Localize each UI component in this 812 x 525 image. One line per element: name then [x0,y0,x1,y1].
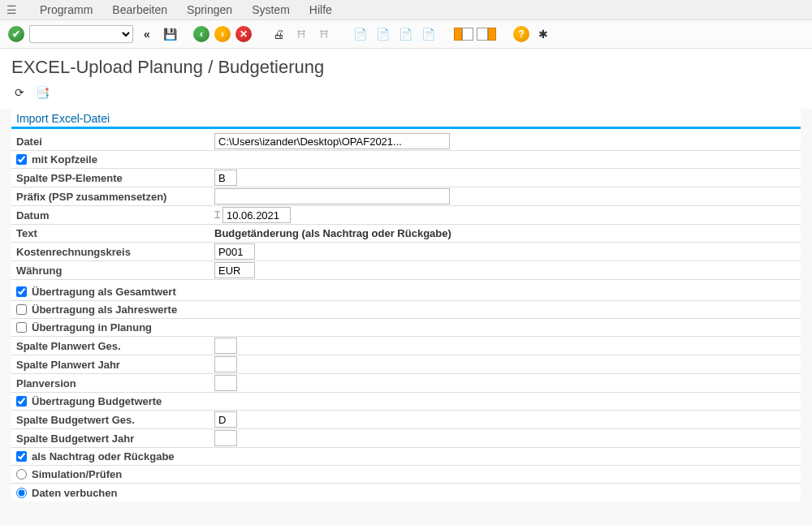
page-first-icon: 📄 [351,25,369,43]
row-spalte-plan-ges: Spalte Planwert Ges. [11,337,801,355]
label-als-nachtrag: als Nachtrag oder Rückgabe [32,450,175,463]
row-text: Text Budgetänderung (als Nachtrag oder R… [11,225,801,243]
label-spalte-budget-ges: Spalte Budgetwert Ges. [11,414,214,426]
save-icon[interactable]: 💾 [161,25,179,43]
label-kostenrk: Kostenrechnungskreis [11,246,214,258]
label-spalte-psp: Spalte PSP-Elemente [11,172,214,184]
radio-simulation[interactable] [16,469,27,480]
layout-icon[interactable] [477,25,495,43]
settings-icon[interactable]: ✱ [534,25,552,43]
row-kostenrk: Kostenrechnungskreis [11,243,801,261]
row-planversion: Planversion [11,374,801,393]
label-uebertrag-budget: Übertragung Budgetwerte [32,395,162,407]
menu-hilfe[interactable]: Hilfe [309,3,332,16]
app-menu-icon[interactable]: ☰ [6,3,17,16]
page-prev-icon: 📄 [374,25,391,43]
input-praefix[interactable] [214,188,450,204]
check-mit-kopfzeile[interactable] [16,154,27,165]
cancel-button[interactable]: ✕ [235,26,252,42]
input-spalte-budget-ges[interactable] [214,411,237,428]
label-uebertrag-jahr: Übertragung als Jahreswerte [32,303,177,316]
value-text: Budgetänderung (als Nachtrag oder Rückga… [214,227,451,239]
label-text: Text [11,227,214,239]
nav-back-button[interactable]: ‹ [193,26,209,42]
menubar: ☰ Programm Bearbeiten Springen System Hi… [0,0,812,20]
group-header: Import Excel-Datei [11,109,801,129]
row-simulation: Simulation/Prüfen [11,466,801,484]
label-datei: Datei [11,136,214,148]
row-datei: Datei [11,132,801,151]
menu-programm[interactable]: Programm [40,3,93,16]
text-cursor-icon: Ꮖ [214,209,221,221]
input-kostenrk[interactable] [214,243,255,260]
radio-verbuchen[interactable] [16,488,27,498]
menu-system[interactable]: System [252,3,290,16]
row-spalte-budget-jahr: Spalte Budgetwert Jahr [11,429,801,448]
input-datum[interactable] [222,207,291,223]
page-last-icon: 📄 [419,25,437,43]
row-spalte-psp: Spalte PSP-Elemente [11,169,801,187]
page-title: EXCEL-Upload Planung / Budgetierung [0,49,812,81]
label-uebertrag-gesamt: Übertragung als Gesamtwert [32,286,176,298]
input-spalte-budget-jahr[interactable] [214,430,237,446]
label-waehrung: Währung [11,265,214,277]
row-als-nachtrag: als Nachtrag oder Rückgabe [11,448,801,466]
check-uebertrag-gesamt[interactable] [16,286,27,297]
variant-icon[interactable]: 📑 [34,84,50,101]
menu-springen[interactable]: Springen [187,3,232,16]
input-datei[interactable] [214,133,450,149]
row-uebertrag-budget: Übertragung Budgetwerte [11,393,801,411]
label-spalte-plan-jahr: Spalte Planwert Jahr [11,359,214,371]
label-praefix: Präfix (PSP zusammensetzen) [11,191,214,203]
label-simulation: Simulation/Prüfen [32,468,122,480]
nav-exit-button[interactable]: › [214,26,231,42]
row-spalte-budget-ges: Spalte Budgetwert Ges. [11,411,801,429]
label-uebertrag-plan: Übertragung in Planung [32,321,152,334]
row-uebertrag-plan: Übertragung in Planung [11,319,801,337]
sub-toolbar: ⟳ 📑 [0,81,812,109]
row-verbuchen: Daten verbuchen [11,484,801,501]
check-uebertrag-budget[interactable] [16,396,27,407]
row-uebertrag-jahr: Übertragung als Jahreswerte [11,301,801,319]
main-toolbar: ✔ « 💾 ‹ › ✕ 🖨 Ħ Ħ 📄 📄 📄 📄 ? ✱ [0,20,812,49]
page-next-icon: 📄 [396,25,414,43]
menu-bearbeiten[interactable]: Bearbeiten [112,3,167,16]
row-datum: Datum Ꮖ [11,206,801,225]
label-mit-kopfzeile: mit Kopfzeile [32,153,97,166]
row-praefix: Präfix (PSP zusammensetzen) [11,187,801,206]
label-spalte-plan-ges: Spalte Planwert Ges. [11,340,214,352]
check-uebertrag-jahr[interactable] [16,304,27,315]
back-icon[interactable]: « [138,25,156,43]
transaction-combo[interactable] [29,25,133,43]
input-planversion[interactable] [214,375,237,391]
enter-button[interactable]: ✔ [8,26,24,42]
new-session-icon[interactable] [455,25,473,43]
content-area: Import Excel-Datei Datei mit Kopfzeile S… [11,109,801,501]
input-spalte-plan-ges[interactable] [214,338,237,354]
label-planversion: Planversion [11,377,214,389]
find-next-icon: Ħ [315,25,333,43]
check-als-nachtrag[interactable] [16,451,27,462]
check-uebertrag-plan[interactable] [16,322,27,333]
label-datum: Datum [11,209,214,222]
row-uebertrag-gesamt: Übertragung als Gesamtwert [11,283,801,301]
row-spalte-plan-jahr: Spalte Planwert Jahr [11,355,801,374]
help-button[interactable]: ? [513,26,529,42]
input-waehrung[interactable] [214,262,255,278]
find-icon: Ħ [292,25,310,43]
label-verbuchen: Daten verbuchen [32,487,117,499]
row-mit-kopfzeile: mit Kopfzeile [11,151,801,169]
row-waehrung: Währung [11,261,801,280]
print-icon[interactable]: 🖨 [270,25,287,43]
label-spalte-budget-jahr: Spalte Budgetwert Jahr [11,432,214,445]
input-spalte-psp[interactable] [214,170,237,186]
execute-icon[interactable]: ⟳ [11,84,28,101]
input-spalte-plan-jahr[interactable] [214,356,237,372]
